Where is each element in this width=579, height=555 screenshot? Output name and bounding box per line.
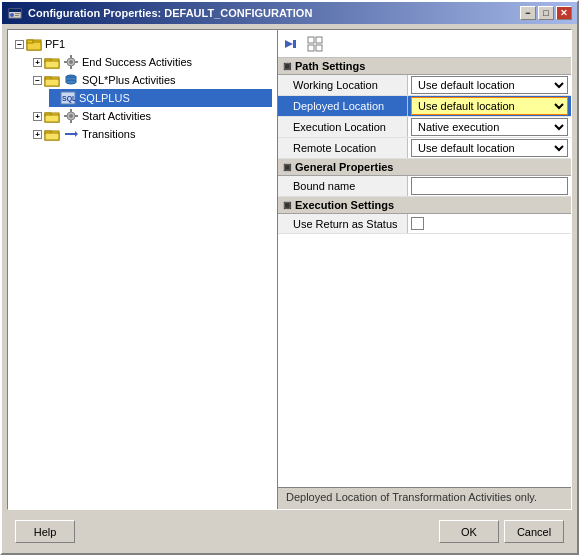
transitions-arrow-icon (63, 126, 79, 142)
use-return-status-row: Use Return as Status (278, 214, 571, 234)
working-location-select[interactable]: Use default location (411, 76, 568, 94)
svg-rect-31 (70, 120, 72, 123)
sqlplus-activities-label: SQL*Plus Activities (82, 74, 176, 86)
status-text: Deployed Location of Transformation Acti… (286, 491, 537, 503)
properties-area: ▣ Path Settings Working Location Use def… (278, 58, 571, 487)
right-panel: ▣ Path Settings Working Location Use def… (278, 30, 571, 509)
svg-point-12 (69, 60, 73, 64)
bound-name-value (408, 176, 571, 196)
help-button[interactable]: Help (15, 520, 75, 543)
path-settings-label: Path Settings (295, 60, 365, 72)
svg-rect-13 (70, 55, 72, 58)
execution-location-select[interactable]: Native execution (411, 118, 568, 136)
execution-settings-toggle[interactable]: ▣ (283, 200, 292, 210)
sqlplus-child-container: SQL SQLPLUS (31, 89, 272, 107)
svg-rect-32 (64, 115, 67, 117)
svg-point-29 (69, 114, 73, 118)
sqlplus-label: SQLPLUS (79, 92, 130, 104)
deployed-location-select[interactable]: Use default location (411, 97, 568, 115)
end-success-folder-icon (44, 54, 60, 70)
path-settings-header: ▣ Path Settings (278, 58, 571, 75)
sqlplus-folder-icon (44, 72, 60, 88)
bound-name-label: Bound name (278, 176, 408, 196)
general-properties-toggle[interactable]: ▣ (283, 162, 292, 172)
svg-rect-15 (64, 61, 67, 63)
working-location-row: Working Location Use default location (278, 75, 571, 96)
tree-item-pf1[interactable]: − PF1 (13, 35, 272, 53)
cancel-button[interactable]: Cancel (504, 520, 564, 543)
execution-location-value: Native execution (408, 117, 571, 137)
execution-location-row: Execution Location Native execution (278, 117, 571, 138)
expand-transitions[interactable]: + (33, 130, 42, 139)
general-properties-header: ▣ General Properties (278, 159, 571, 176)
svg-rect-4 (15, 15, 19, 16)
tree-item-end-success[interactable]: + (31, 53, 272, 71)
svg-rect-19 (45, 79, 59, 86)
tree-item-sqlplus-activities[interactable]: − (31, 71, 272, 89)
use-return-status-value (408, 214, 571, 233)
svg-marker-39 (285, 40, 293, 48)
svg-rect-41 (308, 37, 314, 43)
tree-item-transitions[interactable]: + (31, 125, 272, 143)
bound-name-row: Bound name (278, 176, 571, 197)
end-success-label: End Success Activities (82, 56, 192, 68)
expand-end-success[interactable]: + (33, 58, 42, 67)
svg-text:SQL: SQL (62, 95, 76, 103)
window-icon (7, 5, 23, 21)
right-arrow-icon (283, 36, 299, 52)
tree-item-start-activities[interactable]: + (31, 107, 272, 125)
expand-start[interactable]: + (33, 112, 42, 121)
start-activities-label: Start Activities (82, 110, 151, 122)
bottom-buttons: Help OK Cancel (7, 515, 572, 548)
window-controls: − □ ✕ (520, 6, 572, 20)
working-location-value: Use default location (408, 75, 571, 95)
deployed-location-row: Deployed Location Use default location (278, 96, 571, 117)
bound-name-input[interactable] (411, 177, 568, 195)
svg-rect-3 (15, 13, 20, 14)
use-return-status-checkbox[interactable] (411, 217, 424, 230)
sqlplus-node-icon: SQL (60, 90, 76, 106)
deployed-location-label: Deployed Location (278, 96, 408, 116)
svg-rect-42 (316, 37, 322, 43)
remote-location-label: Remote Location (278, 138, 408, 158)
svg-point-2 (10, 13, 14, 17)
start-folder-icon (44, 108, 60, 124)
execution-settings-label: Execution Settings (295, 199, 394, 211)
ok-button[interactable]: OK (439, 520, 499, 543)
svg-rect-27 (45, 115, 59, 122)
tree-children: + (13, 53, 272, 143)
svg-rect-44 (316, 45, 322, 51)
transitions-folder-icon (44, 126, 60, 142)
execution-settings-header: ▣ Execution Settings (278, 197, 571, 214)
transitions-label: Transitions (82, 128, 135, 140)
svg-rect-10 (45, 61, 59, 68)
window-title: Configuration Properties: DEFAULT_CONFIG… (28, 7, 520, 19)
pf1-label: PF1 (45, 38, 65, 50)
svg-rect-1 (9, 9, 21, 12)
ok-cancel-group: OK Cancel (439, 520, 564, 543)
remote-location-row: Remote Location Use default location (278, 138, 571, 159)
tree-root: − PF1 + (13, 35, 272, 143)
remote-location-select[interactable]: Use default location (411, 139, 568, 157)
maximize-button[interactable]: □ (538, 6, 554, 20)
svg-rect-33 (75, 115, 78, 117)
minimize-button[interactable]: − (520, 6, 536, 20)
right-grid-icon (307, 36, 323, 52)
main-window: Configuration Properties: DEFAULT_CONFIG… (0, 0, 579, 555)
general-properties-label: General Properties (295, 161, 393, 173)
working-location-label: Working Location (278, 75, 408, 95)
path-settings-toggle[interactable]: ▣ (283, 61, 292, 71)
close-button[interactable]: ✕ (556, 6, 572, 20)
sqlplus-db-icon (63, 72, 79, 88)
main-panel: − PF1 + (7, 29, 572, 510)
start-gear-icon (63, 108, 79, 124)
expand-pf1[interactable]: − (15, 40, 24, 49)
tree-panel: − PF1 + (8, 30, 278, 509)
svg-rect-30 (70, 109, 72, 112)
content-area: − PF1 + (2, 24, 577, 553)
tree-item-sqlplus[interactable]: SQL SQLPLUS (49, 89, 272, 107)
status-bar: Deployed Location of Transformation Acti… (278, 487, 571, 509)
expand-sqlplus[interactable]: − (33, 76, 42, 85)
svg-rect-43 (308, 45, 314, 51)
pf1-icon (26, 36, 42, 52)
